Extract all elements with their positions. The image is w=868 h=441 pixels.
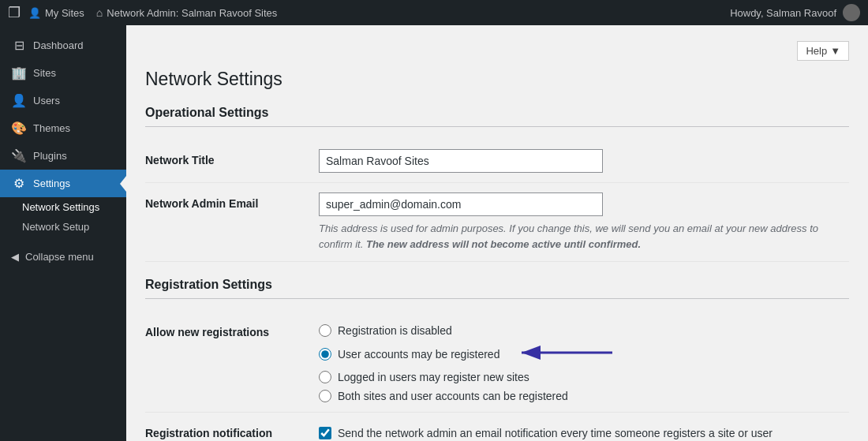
app-layout: ⊟ Dashboard 🏢 Sites 👤 Users 🎨 Themes 🔌 P… (0, 0, 868, 441)
radio-user-accounts[interactable]: User accounts may be registered (319, 343, 849, 364)
registration-radio-group: Registration is disabled User accounts m… (319, 321, 849, 402)
active-arrow (120, 176, 126, 192)
help-bar: Help ▼ (145, 41, 849, 61)
registration-section-title: Registration Settings (145, 278, 849, 299)
network-title-input[interactable] (319, 149, 603, 173)
radio-both[interactable]: Both sites and user accounts can be regi… (319, 390, 849, 402)
chevron-down-icon: ▼ (830, 45, 840, 57)
sidebar-item-users[interactable]: 👤 Users (0, 87, 126, 114)
allow-registrations-row: Allow new registrations Registration is … (145, 312, 849, 413)
users-icon: 👤 (11, 93, 27, 108)
wp-logo-icon: ❐ (8, 4, 21, 21)
sidebar-item-dashboard[interactable]: ⊟ Dashboard (0, 32, 126, 59)
radio-user-input[interactable] (319, 348, 331, 361)
sites-icon: 🏢 (11, 65, 27, 80)
radio-registration-disabled[interactable]: Registration is disabled (319, 324, 849, 337)
sidebar-item-themes[interactable]: 🎨 Themes (0, 114, 126, 142)
site-name-link[interactable]: ⌂ Network Admin: Salman Ravoof Sites (96, 6, 278, 19)
sidebar-item-sites[interactable]: 🏢 Sites (0, 59, 126, 87)
person-icon: 👤 (28, 7, 41, 19)
network-title-label: Network Title (145, 149, 319, 166)
radio-disabled-input[interactable] (319, 324, 331, 337)
radio-logged-in-sites[interactable]: Logged in users may register new sites (319, 371, 849, 383)
user-avatar (843, 4, 860, 21)
plugins-icon: 🔌 (11, 148, 27, 163)
registration-notification-label: Registration notification (145, 422, 319, 439)
help-button[interactable]: Help ▼ (797, 41, 849, 61)
sidebar-item-settings[interactable]: ⚙ Settings (0, 170, 126, 197)
registration-notification-value: Send the network admin an email notifica… (319, 422, 849, 441)
my-sites-link[interactable]: 👤 My Sites (28, 7, 84, 19)
notification-checkbox[interactable] (319, 427, 331, 439)
top-bar-right: Howdy, Salman Ravoof (730, 4, 860, 21)
house-icon: ⌂ (96, 6, 103, 19)
sidebar-sub-network-settings[interactable]: Network Settings (0, 197, 126, 217)
network-title-row: Network Title (145, 140, 849, 183)
themes-icon: 🎨 (11, 121, 27, 136)
top-bar: ❐ 👤 My Sites ⌂ Network Admin: Salman Rav… (0, 0, 868, 25)
collapse-menu-button[interactable]: ◀ Collapse menu (0, 243, 126, 271)
admin-email-note: This address is used for admin purposes.… (319, 221, 824, 252)
radio-both-input[interactable] (319, 390, 331, 402)
network-admin-email-label: Network Admin Email (145, 192, 319, 210)
radio-loggedin-input[interactable] (319, 371, 331, 383)
notification-checkbox-row: Send the network admin an email notifica… (319, 422, 849, 441)
settings-icon: ⚙ (11, 176, 27, 191)
operational-section-title: Operational Settings (145, 106, 849, 127)
collapse-icon: ◀ (11, 251, 19, 263)
registration-notification-row: Registration notification Send the netwo… (145, 413, 849, 441)
network-title-value (319, 149, 849, 173)
sidebar-sub-network-setup[interactable]: Network Setup (0, 217, 126, 237)
sidebar-item-plugins[interactable]: 🔌 Plugins (0, 142, 126, 170)
allow-registrations-label: Allow new registrations (145, 321, 319, 338)
annotation-arrow (514, 343, 616, 364)
network-admin-email-input[interactable] (319, 192, 603, 216)
howdy-text: Howdy, Salman Ravoof (730, 7, 836, 19)
network-admin-email-row: Network Admin Email This address is used… (145, 183, 849, 262)
sidebar: ⊟ Dashboard 🏢 Sites 👤 Users 🎨 Themes 🔌 P… (0, 25, 126, 441)
page-title: Network Settings (145, 69, 849, 90)
network-admin-email-value: This address is used for admin purposes.… (319, 192, 849, 252)
dashboard-icon: ⊟ (11, 38, 27, 53)
main-content: Help ▼ Network Settings Operational Sett… (126, 25, 868, 441)
allow-registrations-value: Registration is disabled User accounts m… (319, 321, 849, 402)
notification-checkbox-label: Send the network admin an email notifica… (338, 425, 780, 441)
